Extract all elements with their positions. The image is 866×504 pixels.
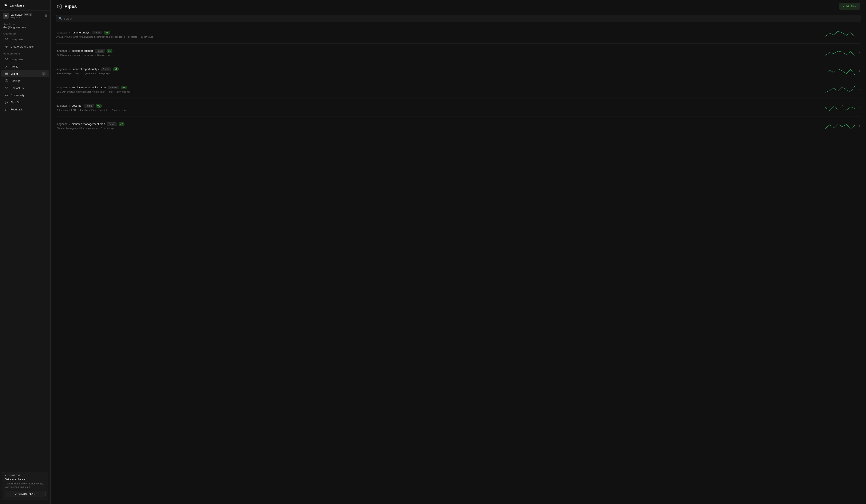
pipe-name: employee-handbook-chatbot <box>71 86 106 89</box>
create-org-icon: ⊕ <box>4 45 9 48</box>
pipe-owner: langbase <box>56 68 68 71</box>
pipe-chart <box>825 47 855 58</box>
main-content: Pipes + Add New 🔍 langbase / resume-anal… <box>51 0 866 504</box>
pipe-chart <box>825 102 855 113</box>
workspace-badge: Hobby <box>24 13 32 16</box>
svg-rect-3 <box>5 87 8 89</box>
sidebar-item-signout[interactable]: Sign Out <box>1 99 49 106</box>
pipe-type: generate <box>128 36 137 38</box>
workspace-name: Langbase <box>11 13 23 16</box>
sidebar-logo[interactable]: ⌘ Langbase <box>0 0 50 11</box>
pipe-description: SAAS customer support <box>56 54 81 56</box>
pipe-chevron-icon: › <box>859 87 860 91</box>
personal-account-label: Personal Account <box>0 50 50 56</box>
community-label: Community <box>11 94 24 97</box>
settings-icon <box>4 79 9 83</box>
gs-desc: Get unlimited memory, vector storage, lo… <box>5 482 45 489</box>
add-new-button[interactable]: + Add New <box>839 3 860 10</box>
search-icon: 🔍 <box>59 17 62 20</box>
svg-rect-5 <box>60 4 62 9</box>
settings-label: Settings <box>11 79 20 82</box>
pipe-name-row: langbase / customer-support Public v1 <box>56 49 825 53</box>
pipe-version: v2 <box>119 122 124 126</box>
pipe-chart <box>825 84 855 94</box>
pipe-meta: Diabetes Management Plan • generate • 3 … <box>56 127 825 129</box>
upgrade-plan-button[interactable]: UPGRADE PLAN <box>5 491 45 497</box>
pipe-type: generate <box>99 109 108 111</box>
pipe-type: generate <box>85 72 94 75</box>
org-name: Langbase <box>11 38 23 41</box>
pipe-slash: / <box>69 49 70 53</box>
pipes-icon <box>56 3 62 10</box>
organizations-label: Organizations <box>0 30 50 36</box>
pipe-slash: / <box>69 31 70 34</box>
gs-logo: ✦ LANGBASE <box>5 474 21 477</box>
pipe-card[interactable]: langbase / financial-report-analyst Publ… <box>56 62 861 80</box>
pipe-type: chat <box>109 90 113 93</box>
signed-in-label: Signed in as <box>3 23 47 25</box>
pipe-version: v1 <box>107 49 112 53</box>
sidebar-item-profile[interactable]: Profile <box>1 63 49 70</box>
sidebar-item-create-org[interactable]: ⊕ Create organization <box>1 43 49 50</box>
workspace-username: langbase <box>11 16 32 19</box>
pipe-version: v1 <box>113 67 119 71</box>
pipe-owner: langbase <box>56 49 68 53</box>
pipe-meta: Bot to answer FAQs of Langbase Pipe • ge… <box>56 109 825 111</box>
pipe-name-row: langbase / diabetes-management-plan Publ… <box>56 122 825 126</box>
workspace-switcher[interactable]: ⌘ Langbase Hobby langbase ⇅ <box>0 11 50 21</box>
search-input[interactable] <box>64 17 858 20</box>
pipe-card[interactable]: langbase / diabetes-management-plan Publ… <box>56 117 861 135</box>
workspace-avatar: ⌘ <box>3 13 9 19</box>
app-name: Langbase <box>10 3 24 7</box>
pipe-description: Financial Report Analyst <box>56 72 81 75</box>
signed-in-section: Signed in as dev@langbase.com <box>0 21 50 30</box>
page-title-area: Pipes <box>56 3 77 10</box>
pipe-description: Analyze your resume for a given job desc… <box>56 36 125 38</box>
pipe-version: v1 <box>104 31 110 34</box>
sidebar-item-billing[interactable]: Billing 1 <box>1 70 49 77</box>
logo-icon: ⌘ <box>3 3 8 8</box>
pipe-slash: / <box>69 104 70 107</box>
main-header: Pipes + Add New <box>51 0 866 13</box>
pipe-chevron-icon: › <box>859 32 860 36</box>
page-title: Pipes <box>65 4 77 9</box>
signout-label: Sign Out <box>11 101 21 104</box>
signout-icon <box>4 100 9 104</box>
pipe-description: Chat with employee handbook for remote p… <box>56 90 105 93</box>
create-org-label: Create organization <box>11 45 34 48</box>
pipe-name-row: langbase / financial-report-analyst Publ… <box>56 67 825 71</box>
pipe-owner: langbase <box>56 123 68 126</box>
pipe-info: langbase / docs-bot Public v5 Bot to ans… <box>56 104 825 111</box>
pipe-description: Bot to answer FAQs of Langbase Pipe <box>56 109 96 111</box>
get-started-banner: ✦ LANGBASE Get started here » Get unlimi… <box>2 472 48 500</box>
svg-rect-4 <box>57 5 59 8</box>
billing-icon <box>4 72 9 76</box>
pipe-meta: Chat with employee handbook for remote p… <box>56 90 825 93</box>
pipe-slash: / <box>69 123 70 126</box>
pipe-visibility: Public <box>92 31 102 34</box>
pipe-card[interactable]: langbase / customer-support Public v1 SA… <box>56 44 861 62</box>
pipe-type: generate <box>88 127 98 129</box>
sidebar-item-langbase-personal[interactable]: ⌘ Langbase <box>1 56 49 63</box>
signed-in-email: dev@langbase.com <box>3 26 47 29</box>
sidebar-item-feedback[interactable]: Feedback <box>1 106 49 113</box>
contact-icon <box>4 86 9 90</box>
sidebar-item-langbase-org[interactable]: ⌘ Langbase <box>1 36 49 43</box>
chevron-updown-icon: ⇅ <box>45 14 47 18</box>
gs-link[interactable]: Get started here » <box>5 478 45 481</box>
pipe-info: langbase / diabetes-management-plan Publ… <box>56 122 825 129</box>
pipe-card[interactable]: langbase / resume-analyst Public v1 Anal… <box>56 25 861 44</box>
pipe-version: v5 <box>96 104 101 108</box>
sidebar-item-contact[interactable]: Contact us <box>1 84 49 91</box>
sidebar-item-settings[interactable]: Settings <box>1 77 49 84</box>
pipe-owner: langbase <box>56 31 68 34</box>
billing-badge: 1 <box>42 72 46 76</box>
pipe-visibility: Public <box>84 104 94 107</box>
pipe-info: langbase / customer-support Public v1 SA… <box>56 49 825 56</box>
pipe-owner: langbase <box>56 104 68 107</box>
pipe-chevron-icon: › <box>859 124 860 128</box>
pipe-visibility: Private <box>108 86 119 89</box>
pipe-card[interactable]: langbase / employee-handbook-chatbot Pri… <box>56 80 861 99</box>
pipe-card[interactable]: langbase / docs-bot Public v5 Bot to ans… <box>56 99 861 117</box>
sidebar-item-community[interactable]: Community <box>1 92 49 99</box>
